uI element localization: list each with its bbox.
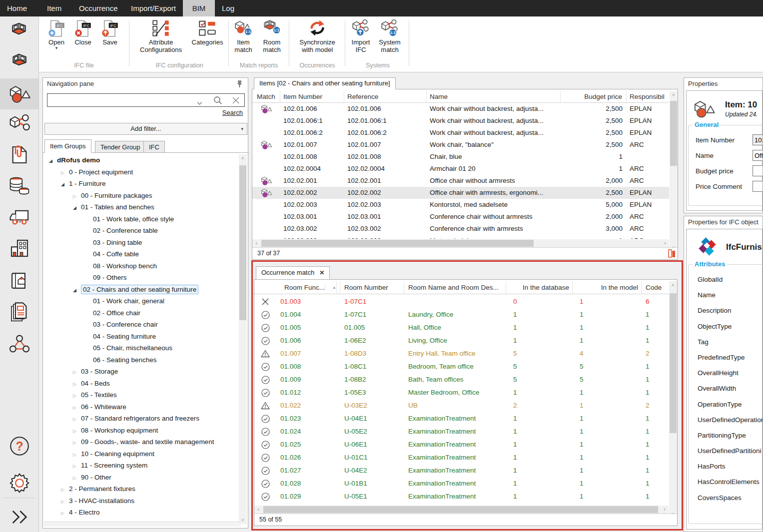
tree-expander-icon[interactable]: ◢ [73,285,81,297]
tree-node[interactable]: ▷10 - Cleaning equipment [44,448,240,460]
add-filter-dropdown[interactable]: Add filter...▾ [44,123,247,135]
finance-icon[interactable] [0,170,38,201]
open-ifc-button[interactable]: IFC Open ▾ [44,19,69,50]
tree-node[interactable]: 03 - Dining table [44,237,240,249]
tree-node[interactable]: ▷2 - Permanent fixtures [44,483,240,495]
tree-expander-icon[interactable]: ▷ [61,496,69,508]
column-in-model[interactable]: In the model [573,281,642,294]
tree-expander-icon[interactable]: ◢ [61,179,69,191]
column-room-function[interactable]: Room Func...▲ [276,281,340,294]
tree-horizontal-scrollbar[interactable] [44,522,241,527]
items-table-row[interactable]: 102.02.001102.02.001Office chair without… [252,175,669,187]
items-table-row[interactable]: 102.02.002102.02.002Office chair with ar… [252,187,669,199]
menu-occurrence[interactable]: Occurrence [79,0,118,16]
tree-expander-icon[interactable]: ▷ [73,191,81,203]
property-field-input[interactable] [753,181,763,192]
occurrence-table-row[interactable]: 01.023U-04E1ExaminationTreatment111 [254,412,669,425]
occurrence-match-tab[interactable]: Occurrence match✕ [256,266,330,279]
tree-node[interactable]: ▷11 - Screening system [44,460,240,472]
clear-search-icon[interactable] [232,97,239,106]
tree-scrollbar-thumb[interactable] [239,165,246,320]
column-chooser-icon[interactable] [668,249,676,262]
tab-item-groups[interactable]: Item Groups [44,139,91,153]
tree-node[interactable]: ▷08 - Workshop equipment [44,425,240,437]
logistics-icon[interactable] [0,202,38,233]
tree-node[interactable]: ▷04 - Beds [44,378,240,390]
tree-expander-icon[interactable]: ▷ [73,379,81,391]
column-in-database[interactable]: In the database [506,281,573,294]
tree-expander-icon[interactable]: ▷ [61,508,69,520]
items-table-row[interactable]: 102.02.003102.02.003Kontorstol, med sade… [252,199,669,211]
system-match-button[interactable]: 1:1 System match [375,19,405,53]
tree-expander-icon[interactable]: ▷ [73,473,81,485]
occurrence-scrollbar-thumb[interactable] [670,293,677,433]
tree-node[interactable]: 02 - Office chair [44,307,240,319]
column-room-name[interactable]: Room Name and Room Des... [404,281,506,294]
categories-button[interactable]: Categories [189,19,226,46]
items-table-row[interactable]: 102.01.006102.01.006Work chair without b… [252,103,669,115]
tree-node[interactable]: 04 - Coffe table [44,248,240,260]
tree-expander-icon[interactable]: ▷ [61,167,69,179]
tree-expander-icon[interactable]: ◢ [49,155,57,167]
search-link[interactable]: Search [222,109,243,116]
close-tab-icon[interactable]: ✕ [319,269,324,276]
property-field-input[interactable] [753,150,763,161]
tree-node[interactable]: ◢02 - Chairs and other seating furniture [44,284,240,296]
tree-node[interactable]: ▷03 - Storage [44,366,240,378]
column-reference[interactable]: Reference [344,91,427,102]
import-ifc-button[interactable]: Import IFC [348,19,374,53]
tree-node[interactable]: ▷06 - Whiteware [44,401,240,413]
items-table-row[interactable]: 102.03.002102.03.002Conference chair wit… [252,223,669,235]
tree-node[interactable]: ◢1 - Furniture [44,178,240,190]
attachments-icon[interactable] [0,139,38,170]
close-ifc-button[interactable]: IFC Close [71,19,95,46]
settings-icon[interactable] [0,468,38,499]
column-code[interactable]: Code [642,281,667,294]
tree-expander-icon[interactable]: ▷ [73,367,81,379]
column-responsible[interactable]: Responsibil [627,91,669,102]
column-item-number[interactable]: Item Number [280,91,344,102]
items-table-row[interactable]: 102.03.001102.03.001Conference chair wit… [252,211,669,223]
tree-node[interactable]: 02 - Conference table [44,225,240,237]
reports-icon[interactable] [0,297,38,328]
systems-icon[interactable] [0,108,38,139]
tree-expander-icon[interactable]: ▷ [73,437,81,449]
items-table-row[interactable]: 102.01.007102.01.007Work chair, "balance… [252,139,669,151]
tree-node[interactable]: 08 - Workshop bench [44,260,240,272]
occurrence-table-row[interactable]: 01.028U-01B1ExaminationTreatment111 [254,477,669,490]
occurrence-table-row[interactable]: 01.0071-08D3Entry Hall, Team office542 [254,347,669,360]
occurrence-table-row[interactable]: 01.025U-06E1ExaminationTreatment111 [254,438,669,451]
tree-node[interactable]: 06 - Seating benches [44,354,240,366]
search-input[interactable] [48,95,196,105]
occurrences-icon[interactable] [0,47,38,78]
column-status[interactable] [254,281,276,294]
pin-icon[interactable] [236,80,243,90]
occurrence-table-row[interactable]: 01.0041-07C1Laundry, Office111 [254,308,669,321]
save-ifc-button[interactable]: IFC Save [98,19,122,46]
tree-expander-icon[interactable]: ▷ [73,426,81,438]
tree-expander-icon[interactable]: ▷ [73,402,81,414]
tree-expander-icon[interactable]: ▷ [73,461,81,473]
tree-node[interactable]: ▷07 - Standard refrigerators and freezer… [44,413,240,425]
tree-node[interactable]: ▷00 - Furniture packages [44,190,240,202]
tree-node[interactable]: 03 - Conference chair [44,319,240,331]
tree-node[interactable]: ▷90 - Other [44,472,240,484]
item-match-button[interactable]: 1:1 Item match [231,19,256,53]
occurrence-vertical-scrollbar[interactable]: ˄ ˅ [669,281,677,518]
chevron-down-icon[interactable] [197,98,202,107]
items-tab[interactable]: Items [02 - Chairs and other seating fur… [254,77,396,89]
tree-node[interactable]: ▷0 - Project equipment [44,166,240,178]
tab-tender-group[interactable]: Tender Group [95,141,146,153]
occurrence-table-row[interactable]: 01.024U-05E2ExaminationTreatment111 [254,425,669,438]
tree-node[interactable]: ▷4 - Electro [44,507,240,519]
column-match[interactable]: Match [252,91,280,102]
occurrence-table-row[interactable]: 01.0091-08B2Bath, Team offices551 [254,373,669,386]
help-icon[interactable]: ? [0,431,38,462]
buildings-icon[interactable] [0,233,38,264]
attribute-configurations-button[interactable]: Attribute Configurations [132,19,190,53]
occurrence-table-row[interactable]: 01.00501.005Hall, Office111 [254,321,669,334]
items-table-row[interactable]: 102.01.006:1102.01.006:1Work chair witho… [252,115,669,127]
tab-ifc[interactable]: IFC [143,141,165,153]
menu-item[interactable]: Item [47,0,61,16]
rooms-icon[interactable] [0,16,38,47]
